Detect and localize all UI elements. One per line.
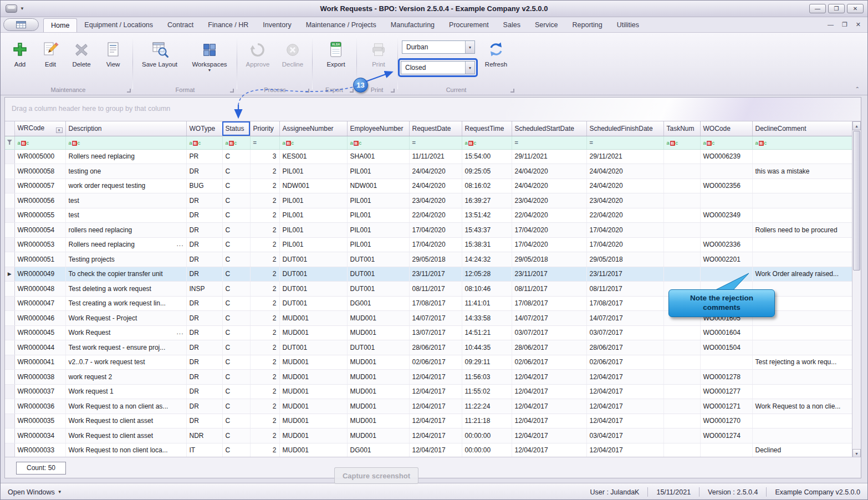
qat-dropdown-icon[interactable]: ▼ (20, 6, 24, 11)
group-by-band[interactable]: Drag a column header here to group by th… (5, 98, 861, 121)
table-row[interactable]: WR0005000Rollers need replacingPRC3KES00… (5, 149, 852, 164)
tab-home[interactable]: Home (43, 18, 77, 32)
column-header-wocode[interactable]: WOCode (700, 121, 752, 136)
vertical-scrollbar[interactable]: ▲ ▼ (852, 121, 861, 458)
filter-cell-tasknum[interactable]: aBc (663, 136, 700, 149)
filter-cell-scheduledfinishdate[interactable]: = (586, 136, 663, 149)
group-launcher-icon[interactable] (510, 89, 514, 93)
table-row[interactable]: WR0000038work request 2DRC2MUD001MUD0011… (5, 370, 852, 385)
memo-ellipsis[interactable]: ... (176, 328, 183, 336)
column-header-wotype[interactable]: WOType (186, 121, 222, 136)
column-header-priority[interactable]: Priority (250, 121, 279, 136)
open-windows-button[interactable]: Open Windows ▼ (8, 488, 62, 496)
tab-manufacturing[interactable]: Manufacturing (384, 18, 442, 32)
filter-cell-wrcode[interactable]: aBc (14, 136, 65, 149)
memo-ellipsis[interactable]: ... (176, 240, 183, 248)
column-header-scheduledfinishdate[interactable]: ScheduledFinishDate (586, 121, 663, 136)
filter-cell-employeenumber[interactable]: aBc (347, 136, 409, 149)
save-layout-button[interactable]: Save Layout (138, 35, 181, 84)
approve-button[interactable]: Approve (242, 35, 273, 84)
minimize-button[interactable]: — (809, 4, 826, 13)
table-row[interactable]: WR0000036Work Request to a non client as… (5, 399, 852, 414)
tab-contract[interactable]: Contract (160, 18, 201, 32)
filter-cell-status[interactable]: aBc (222, 136, 250, 149)
filter-cell-declinecomment[interactable]: aBc (752, 136, 852, 149)
table-row[interactable]: WR0000044Test work request - ensure proj… (5, 340, 852, 355)
table-row[interactable]: WR0000035Work Request to client assetDRC… (5, 414, 852, 428)
table-row[interactable]: WR0000041v2..0.7 - work request testDRC2… (5, 355, 852, 370)
delete-button[interactable]: Delete (67, 35, 96, 84)
column-header-employeenumber[interactable]: EmployeeNumber (347, 121, 409, 136)
table-row[interactable]: WR0000045Work Request...DRC2MUD001MUD001… (5, 325, 852, 340)
tab-service[interactable]: Service (528, 18, 565, 32)
doc-minimize-icon[interactable]: — (828, 21, 834, 28)
column-header-requesttime[interactable]: RequestTime (462, 121, 512, 136)
capture-screenshot-button[interactable]: Capture screenshot (334, 467, 418, 484)
table-row[interactable]: WR0000057work order request testingBUGC2… (5, 178, 852, 193)
column-header-scheduledstartdate[interactable]: ScheduledStartDate (512, 121, 586, 136)
refresh-button[interactable]: Refresh (481, 35, 512, 84)
status-combobox-dropdown-icon[interactable]: ▼ (465, 62, 474, 74)
column-header-wrcode[interactable]: WRCode▼ (14, 121, 65, 136)
filter-caret-icon[interactable]: ▼ (56, 127, 63, 133)
column-header-description[interactable]: Description (65, 121, 186, 136)
table-row[interactable]: WR0000033Work Request to non client loca… (5, 443, 852, 458)
table-row[interactable]: WR0000034Work Request to client assetNDR… (5, 428, 852, 443)
workspaces-button[interactable]: Workspaces ▼ (186, 35, 233, 84)
filter-cell-requestdate[interactable]: = (409, 136, 462, 149)
site-combobox[interactable]: Durban ▼ (402, 40, 475, 54)
column-header-assigneenumber[interactable]: AssigneeNumber (279, 121, 347, 136)
filter-cell-description[interactable]: aBc (65, 136, 186, 149)
tab-procurement[interactable]: Procurement (442, 18, 496, 32)
view-button[interactable]: View (99, 35, 127, 84)
group-launcher-icon[interactable] (127, 89, 131, 93)
collapse-ribbon-icon[interactable]: ⌃ (855, 86, 860, 92)
table-row[interactable]: WR0000037Work request 1DRC2MUD001MUD0011… (5, 384, 852, 399)
table-row[interactable]: WR0000056testDRC2PIL001PIL00123/04/20201… (5, 193, 852, 208)
tab-equipment-locations[interactable]: Equipment / Locations (77, 18, 160, 32)
filter-cell-wocode[interactable]: aBc (700, 136, 752, 149)
filter-cell-requesttime[interactable]: aBc (462, 136, 512, 149)
close-button[interactable]: ✕ (847, 4, 864, 13)
group-launcher-icon[interactable] (350, 89, 354, 93)
group-launcher-icon[interactable] (305, 89, 309, 93)
group-launcher-icon[interactable] (230, 89, 234, 93)
tab-maintenance-projects[interactable]: Maintenance / Projects (299, 18, 384, 32)
app-icon[interactable] (6, 4, 17, 13)
scrollbar-thumb[interactable] (853, 131, 860, 271)
workspaces-dropdown-icon[interactable]: ▼ (208, 68, 212, 72)
tab-sales[interactable]: Sales (496, 18, 528, 32)
column-header-tasknum[interactable]: TaskNum (663, 121, 700, 136)
application-menu-button[interactable] (3, 18, 39, 31)
tab-reporting[interactable]: Reporting (565, 18, 610, 32)
filter-cell-scheduledstartdate[interactable]: = (512, 136, 586, 149)
edit-button[interactable]: Edit (37, 35, 64, 84)
decline-button[interactable]: Decline (277, 35, 309, 84)
maximize-button[interactable]: ❐ (828, 4, 845, 13)
status-combobox[interactable]: Closed ▼ (401, 61, 475, 74)
doc-restore-icon[interactable]: ❐ (842, 21, 847, 28)
cell-assigneenumber: MUD001 (279, 325, 347, 340)
column-header-status[interactable]: Status (222, 121, 250, 136)
tab-finance-hr[interactable]: Finance / HR (201, 18, 256, 32)
export-button[interactable]: XLSX Export (319, 35, 353, 84)
quick-access-toolbar[interactable]: ▼ (6, 4, 24, 13)
scroll-up-icon[interactable]: ▲ (852, 121, 861, 130)
site-combobox-dropdown-icon[interactable]: ▼ (465, 41, 474, 53)
doc-close-icon[interactable]: ✕ (856, 21, 861, 28)
table-row[interactable]: WR0000054rollers need replacingDRC2PIL00… (5, 223, 852, 238)
table-row[interactable]: WR0000053Rollers need replacing...DRC2PI… (5, 237, 852, 252)
table-row[interactable]: WR0000051Testing projectsDRC2DUT001DUT00… (5, 252, 852, 267)
filter-cell-priority[interactable]: = (250, 136, 279, 149)
filter-cell-assigneenumber[interactable]: aBc (279, 136, 347, 149)
table-row[interactable]: WR0000055testDRC2PIL001PIL00122/04/20201… (5, 208, 852, 223)
table-row[interactable]: WR0000058testing oneDRC2PIL001PIL00124/0… (5, 164, 852, 179)
filter-cell-wotype[interactable]: aBc (186, 136, 222, 149)
column-header-requestdate[interactable]: RequestDate (409, 121, 462, 136)
column-header-declinecomment[interactable]: DeclineComment (752, 121, 852, 136)
add-button[interactable]: Add (7, 35, 33, 84)
tab-inventory[interactable]: Inventory (256, 18, 298, 32)
print-button[interactable]: Print (363, 35, 394, 84)
tab-utilities[interactable]: Utilities (610, 18, 646, 32)
group-launcher-icon[interactable] (391, 89, 395, 93)
